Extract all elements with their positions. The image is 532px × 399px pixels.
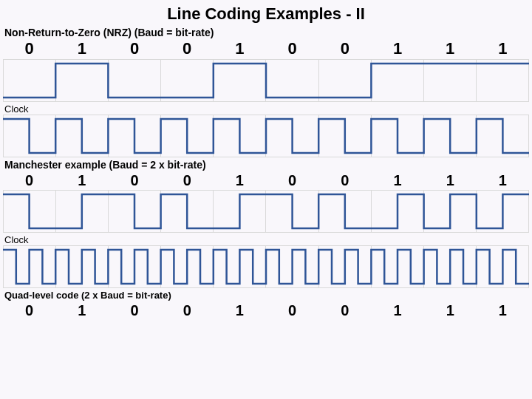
quad-bits: 0 1 0 0 1 0 0 1 1 1 <box>0 301 532 320</box>
page-title: Line Coding Examples - II <box>0 0 532 25</box>
bit: 1 <box>371 301 423 320</box>
bit: 0 <box>161 38 214 59</box>
bit: 1 <box>424 301 477 320</box>
bit: 0 <box>318 171 371 190</box>
bit: 1 <box>214 171 266 190</box>
bit: 0 <box>161 301 214 320</box>
bit: 0 <box>266 38 318 59</box>
bit: 0 <box>3 38 55 59</box>
bit: 1 <box>55 171 108 190</box>
bit: 0 <box>3 301 55 320</box>
bit: 0 <box>3 171 55 190</box>
bit: 0 <box>266 171 318 190</box>
clock1-label: Clock <box>0 102 532 115</box>
bit: 1 <box>477 171 529 190</box>
bit: 1 <box>371 38 423 59</box>
nrz-label: Non-Return-to-Zero (NRZ) (Baud = bit-rat… <box>0 25 532 38</box>
bit: 1 <box>214 301 266 320</box>
bit: 0 <box>108 38 160 59</box>
bit: 1 <box>477 301 529 320</box>
nrz-bits: 0 1 0 0 1 0 0 1 1 1 <box>0 38 532 59</box>
bit: 1 <box>55 301 108 320</box>
manchester-bits: 0 1 0 0 1 0 0 1 1 1 <box>0 171 532 190</box>
manchester-label: Manchester example (Baud = 2 x bit-rate) <box>0 157 532 171</box>
bit: 1 <box>214 38 266 59</box>
bit: 1 <box>55 38 108 59</box>
quad-label: Quad-level code (2 x Baud = bit-rate) <box>0 288 532 301</box>
nrz-waveform <box>3 59 529 102</box>
clock2-label: Clock <box>0 233 532 245</box>
bit: 1 <box>477 38 529 59</box>
bit: 0 <box>318 301 371 320</box>
bit: 0 <box>318 38 371 59</box>
bit: 0 <box>266 301 318 320</box>
bit: 0 <box>108 171 160 190</box>
manchester-waveform <box>3 190 529 233</box>
clock2-waveform <box>3 245 529 288</box>
clock1-waveform <box>3 115 529 157</box>
bit: 1 <box>424 38 477 59</box>
bit: 1 <box>424 171 477 190</box>
bit: 1 <box>371 171 423 190</box>
bit: 0 <box>108 301 160 320</box>
bit: 0 <box>161 171 214 190</box>
